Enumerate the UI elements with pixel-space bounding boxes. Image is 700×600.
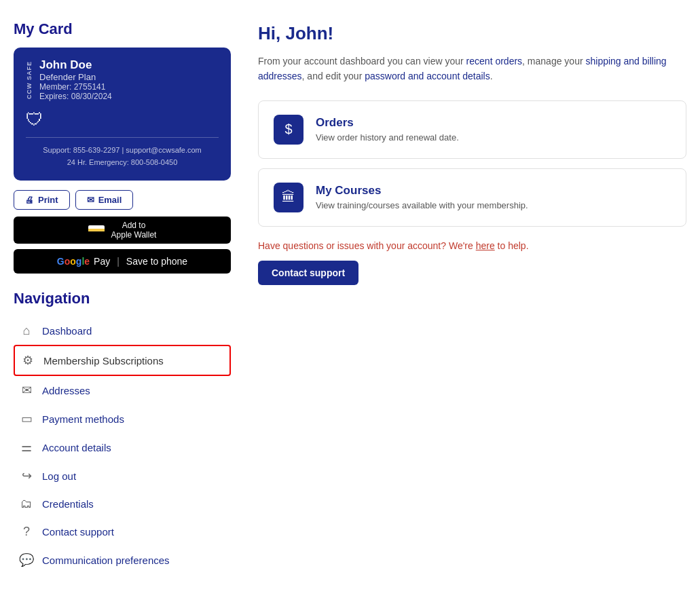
orders-info: Orders View order history and renewal da… bbox=[316, 116, 459, 143]
sidebar-item-payment-methods[interactable]: ▭ Payment methods bbox=[14, 405, 231, 433]
member-card: CCW SAFE John Doe Defender Plan Member: … bbox=[14, 48, 231, 181]
sliders-icon: ⚌ bbox=[19, 440, 34, 455]
main-content: Hi, John! From your account dashboard yo… bbox=[258, 20, 686, 580]
home-icon: ⌂ bbox=[19, 324, 34, 338]
sidebar-item-label: Dashboard bbox=[42, 325, 92, 337]
sidebar: My Card CCW SAFE John Doe Defender Plan … bbox=[14, 20, 231, 580]
courses-title: My Courses bbox=[316, 184, 528, 198]
folder-icon: 🗂 bbox=[19, 497, 34, 511]
sidebar-item-label: Addresses bbox=[42, 385, 90, 396]
print-icon: 🖨 bbox=[25, 195, 34, 205]
nav-title: Navigation bbox=[14, 290, 231, 307]
google-pay-logo: Google bbox=[57, 256, 90, 267]
my-card-title: My Card bbox=[14, 20, 231, 38]
print-button[interactable]: 🖨 Print bbox=[14, 190, 70, 210]
intro-text: From your account dashboard you can view… bbox=[258, 54, 686, 84]
card-plan: Defender Plan bbox=[39, 72, 112, 82]
card-name: John Doe bbox=[39, 58, 112, 72]
email-icon: ✉ bbox=[87, 195, 94, 205]
card-actions: 🖨 Print ✉ Email bbox=[14, 190, 231, 210]
sidebar-item-label: Payment methods bbox=[42, 413, 124, 425]
recent-orders-link[interactable]: recent orders bbox=[466, 56, 522, 67]
sidebar-item-label: Account details bbox=[42, 442, 111, 453]
shield-icon: 🛡 bbox=[26, 109, 219, 130]
sidebar-item-label: Contact support bbox=[42, 526, 114, 538]
card-member-number: Member: 2755141 bbox=[39, 82, 112, 92]
sidebar-item-membership-subscriptions[interactable]: ⚙ Membership Subscriptions bbox=[14, 345, 231, 376]
courses-icon: 🏛 bbox=[274, 183, 303, 212]
here-link[interactable]: here bbox=[476, 240, 495, 251]
sidebar-item-communication-preferences[interactable]: 💬 Communication preferences bbox=[14, 546, 231, 574]
card-support-info: Support: 855-639-2297 | support@ccwsafe.… bbox=[26, 145, 219, 168]
password-account-link[interactable]: password and account details bbox=[365, 71, 490, 81]
sidebar-item-dashboard[interactable]: ⌂ Dashboard bbox=[14, 317, 231, 345]
card-vertical-label: CCW SAFE bbox=[26, 61, 33, 99]
sidebar-item-logout[interactable]: ↪ Log out bbox=[14, 462, 231, 490]
sidebar-item-account-details[interactable]: ⚌ Account details bbox=[14, 433, 231, 462]
apple-wallet-icon bbox=[88, 225, 105, 235]
sidebar-item-credentials[interactable]: 🗂 Credentials bbox=[14, 490, 231, 518]
apple-wallet-button[interactable]: Add to Apple Wallet bbox=[14, 217, 231, 244]
chat-icon: 💬 bbox=[19, 552, 34, 567]
logout-icon: ↪ bbox=[19, 468, 34, 483]
card-divider bbox=[26, 137, 219, 138]
payment-icon: ▭ bbox=[19, 411, 34, 426]
card-expires: Expires: 08/30/2024 bbox=[39, 92, 112, 101]
email-button[interactable]: ✉ Email bbox=[75, 190, 134, 210]
sidebar-item-label: Log out bbox=[42, 470, 76, 482]
question-icon: ? bbox=[19, 525, 34, 539]
sidebar-item-contact-support[interactable]: ? Contact support bbox=[14, 518, 231, 546]
sidebar-item-label: Communication preferences bbox=[42, 555, 170, 566]
orders-icon: $ bbox=[274, 115, 303, 145]
gear-icon: ⚙ bbox=[20, 353, 35, 368]
envelope-icon: ✉ bbox=[19, 383, 34, 398]
google-pay-button[interactable]: Google Pay | Save to phone bbox=[14, 249, 231, 274]
orders-title: Orders bbox=[316, 116, 459, 130]
nav-list: ⌂ Dashboard ⚙ Membership Subscriptions ✉… bbox=[14, 317, 231, 574]
contact-support-button[interactable]: Contact support bbox=[258, 261, 358, 285]
sidebar-item-label: Membership Subscriptions bbox=[43, 355, 164, 367]
help-text: Have questions or issues with your accou… bbox=[258, 240, 686, 251]
my-courses-section[interactable]: 🏛 My Courses View training/courses avail… bbox=[258, 168, 686, 227]
courses-description: View training/courses available with you… bbox=[316, 200, 528, 210]
sidebar-item-label: Credentials bbox=[42, 498, 94, 510]
courses-info: My Courses View training/courses availab… bbox=[316, 184, 528, 210]
orders-description: View order history and renewal date. bbox=[316, 132, 459, 143]
orders-section[interactable]: $ Orders View order history and renewal … bbox=[258, 100, 686, 159]
greeting: Hi, John! bbox=[258, 23, 686, 44]
sidebar-item-addresses[interactable]: ✉ Addresses bbox=[14, 376, 231, 405]
